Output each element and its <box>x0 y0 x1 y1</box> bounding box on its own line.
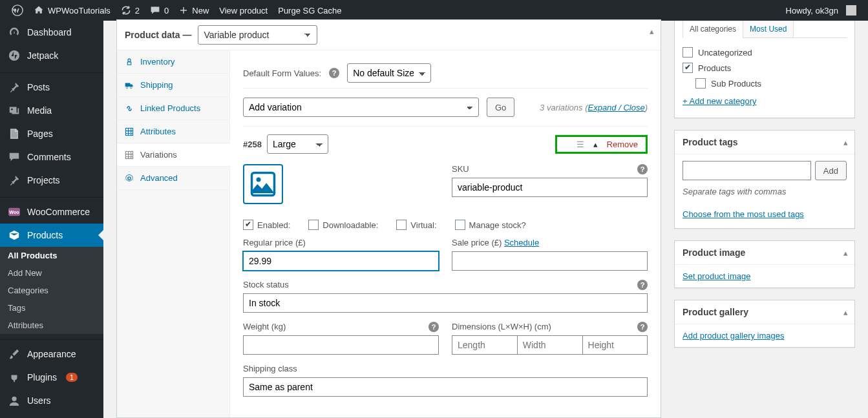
svg-rect-7 <box>127 62 131 65</box>
help-icon[interactable]: ? <box>329 68 339 78</box>
product-type-select[interactable]: Variable product <box>198 25 317 45</box>
site-name-link[interactable]: WPWooTutorials <box>28 0 116 21</box>
sidebar-subitem-all-products[interactable]: All Products <box>0 247 103 264</box>
sidebar-subitem-add-new[interactable]: Add New <box>0 264 103 282</box>
grid-icon <box>125 127 135 136</box>
regular-price-input[interactable] <box>243 251 439 271</box>
tab-most-used[interactable]: Most Used <box>743 21 794 37</box>
view-product-link[interactable]: View product <box>214 0 273 21</box>
drag-handle-icon[interactable]: ☰ <box>577 140 584 149</box>
tab-linked-products[interactable]: Linked Products <box>117 97 229 120</box>
gear-icon <box>125 174 135 183</box>
comment-icon <box>150 5 160 16</box>
tab-shipping[interactable]: Shipping <box>117 74 229 97</box>
default-form-values-select[interactable]: No default Size… <box>347 63 431 83</box>
sidebar-item-users[interactable]: Users <box>0 389 103 412</box>
sidebar-subitem-attributes[interactable]: Attributes <box>0 317 103 334</box>
sidebar-item-plugins[interactable]: Plugins1 <box>0 366 103 389</box>
expand-close-link[interactable]: Expand / Close <box>587 103 644 112</box>
svg-point-13 <box>257 178 261 182</box>
sku-input[interactable] <box>452 178 648 197</box>
go-button[interactable]: Go <box>487 98 514 117</box>
sidebar-subitem-tags[interactable]: Tags <box>0 299 103 317</box>
panel-toggle[interactable]: ▴ <box>843 308 848 317</box>
default-form-values-label: Default Form Values: <box>243 68 321 78</box>
panel-toggle[interactable]: ▴ <box>650 26 654 36</box>
tab-attributes[interactable]: Attributes <box>117 120 229 143</box>
regular-price-label: Regular price (£) <box>243 238 439 247</box>
tab-inventory[interactable]: Inventory <box>117 50 229 74</box>
schedule-link[interactable]: Schedule <box>504 238 539 247</box>
variation-image-upload[interactable] <box>243 164 283 204</box>
sidebar-subitem-categories[interactable]: Categories <box>0 282 103 299</box>
remove-variation-link[interactable]: Remove <box>607 140 638 149</box>
help-icon[interactable]: ? <box>637 280 648 290</box>
svg-point-6 <box>128 59 131 61</box>
stock-status-select[interactable]: In stock <box>243 293 648 313</box>
sidebar-item-media[interactable]: Media <box>0 99 103 122</box>
link-icon <box>125 104 135 113</box>
brush-icon <box>8 348 21 361</box>
length-input[interactable] <box>452 335 517 355</box>
wordpress-icon <box>12 5 23 16</box>
weight-label: Weight (kg) <box>243 322 439 331</box>
add-variation-select[interactable]: Add variation <box>243 98 479 117</box>
category-sub-products[interactable]: Sub Products <box>683 76 847 91</box>
virtual-checkbox[interactable]: Virtual: <box>396 220 436 230</box>
enabled-checkbox[interactable]: Enabled: <box>243 220 290 230</box>
avatar <box>846 5 856 16</box>
set-product-image-link[interactable]: Set product image <box>683 271 751 281</box>
help-icon[interactable]: ? <box>637 164 648 174</box>
sidebar-item-comments[interactable]: Comments <box>0 145 103 169</box>
home-icon <box>34 5 44 16</box>
category-products[interactable]: Products <box>683 60 847 76</box>
manage-stock-checkbox[interactable]: Manage stock? <box>455 220 526 230</box>
tab-variations[interactable]: Variations <box>117 143 230 167</box>
downloadable-checkbox[interactable]: Downloadable: <box>308 220 378 230</box>
svg-point-2 <box>11 109 13 110</box>
weight-input[interactable] <box>243 335 439 355</box>
new-content-link[interactable]: New <box>174 0 214 21</box>
collapse-icon[interactable]: ▴ <box>593 140 598 149</box>
sidebar-item-pages[interactable]: Pages <box>0 122 103 145</box>
sidebar-item-jetpack[interactable]: Jetpack <box>0 44 103 67</box>
sale-price-input[interactable] <box>452 251 648 271</box>
help-icon[interactable]: ? <box>637 322 648 332</box>
sidebar-item-woocommerce[interactable]: WooWooCommerce <box>0 200 103 224</box>
width-input[interactable] <box>517 335 582 355</box>
box-icon <box>8 229 21 242</box>
variation-attr-select[interactable]: Large <box>267 134 328 154</box>
add-gallery-images-link[interactable]: Add product gallery images <box>683 331 785 340</box>
height-input[interactable] <box>582 335 648 355</box>
panel-toggle[interactable]: ▴ <box>843 248 848 258</box>
sidebar-item-posts[interactable]: Posts <box>0 76 103 99</box>
sidebar-item-appearance[interactable]: Appearance <box>0 342 103 366</box>
sidebar-item-products[interactable]: Products <box>0 224 103 247</box>
category-uncategorized[interactable]: Uncategorized <box>683 45 847 60</box>
sidebar-item-projects[interactable]: Projects <box>0 169 103 192</box>
grid-icon <box>125 151 135 160</box>
stock-status-label: Stock status <box>243 280 648 289</box>
shipping-class-select[interactable]: Same as parent <box>243 377 648 397</box>
panel-toggle[interactable]: ▴ <box>843 138 848 147</box>
refresh-icon <box>121 5 131 16</box>
tags-input[interactable] <box>683 161 811 180</box>
wp-logo[interactable] <box>6 0 28 21</box>
purge-cache-link[interactable]: Purge SG Cache <box>273 0 346 21</box>
svg-point-9 <box>130 87 132 89</box>
tab-advanced[interactable]: Advanced <box>117 167 229 190</box>
user-menu[interactable]: Howdy, ok3gn <box>781 0 862 21</box>
truck-icon <box>125 81 135 90</box>
product-gallery-title: Product gallery <box>683 307 748 317</box>
updates-link[interactable]: 2 <box>116 0 145 21</box>
comments-link[interactable]: 0 <box>145 0 174 21</box>
choose-tags-link[interactable]: Choose from the most used tags <box>683 209 804 219</box>
add-new-category-link[interactable]: + Add new category <box>683 91 757 111</box>
help-icon[interactable]: ? <box>429 322 439 332</box>
svg-point-8 <box>126 87 128 89</box>
sidebar-item-dashboard[interactable]: Dashboard <box>0 21 103 44</box>
sku-label: SKU <box>452 164 648 174</box>
add-tag-button[interactable]: Add <box>815 161 847 180</box>
shipping-class-label: Shipping class <box>243 364 648 373</box>
tab-all-categories[interactable]: All categories <box>683 21 743 38</box>
